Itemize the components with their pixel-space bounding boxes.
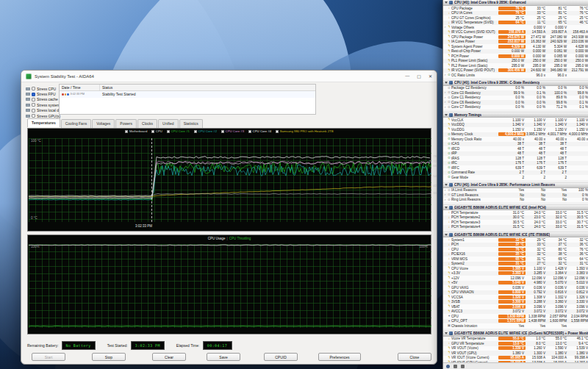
sensor-section-header[interactable]: CPU [#0]: Intel Core Ultra 9 285K: Enhan… [443, 0, 588, 6]
sensor-row[interactable]: ϟ VccDDQ 1.340 V 1.340 V 1.340 V 1.340 V [443, 123, 588, 128]
sensor-section-header[interactable]: CPU [#0]: Intel Core Ultra 9 285K: Perfo… [443, 182, 588, 188]
tab-powers[interactable]: Powers [115, 119, 137, 128]
sensor-row[interactable]: ϟ PCH Power 0.000 W 0.000 W 0.065 W 0.00… [443, 54, 588, 59]
stress-checkbox[interactable] [32, 93, 35, 96]
log-col-status[interactable]: Status [100, 85, 315, 90]
sensor-row[interactable]: ↓ System1 32 °C 29 °C 34 °C 32 °C [443, 237, 588, 243]
sensor-row[interactable]: > ⊙ Ring Limit Reasons No No No 0 % [443, 198, 588, 203]
sensor-row[interactable]: ⊙ tRFC 639 T 639 T 639 T [443, 165, 588, 171]
sensor-row[interactable]: ⊙ tRP 48 T 48 T 48 T [443, 151, 588, 157]
sensor-row[interactable]: ϟ System Agent Power 4.329 W 4.130 W 5.3… [443, 44, 588, 49]
stress-checkbox[interactable] [32, 87, 35, 90]
stop-button[interactable]: Stop [92, 353, 126, 361]
sensor-section-header[interactable]: CPU [#0]: Intel Core Ultra 9 285K: C-Sta… [443, 80, 588, 86]
collapse-chevron-icon[interactable] [445, 184, 448, 186]
sensor-row[interactable]: ⊙ Package C2 Residency 0.0 % 0.0 % 0.0 %… [443, 86, 588, 91]
sensor-row[interactable]: ⊙ Gear Mode 2 2 2 [443, 175, 588, 180]
collapse-chevron-icon[interactable] [445, 234, 448, 236]
sensor-row[interactable]: > ⊙ Core C7 Residency 0.0 % 0.0 % 71.2 %… [443, 105, 588, 110]
log-col-datetime[interactable]: Date / Time [60, 85, 100, 90]
sensor-row[interactable]: ϟ PL2 Power Limit (Static) 295.0 W 295.0… [443, 63, 588, 68]
sensor-section-header[interactable]: GIGABYTE B860M AORUS ELITE WIFI6E ICE (O… [443, 331, 588, 337]
legend-item[interactable]: Motherboard [125, 129, 147, 133]
legend-item[interactable]: CPU [151, 129, 162, 133]
clear-button[interactable]: Clear [152, 353, 186, 361]
sensor-row[interactable]: ⊙ tRC 176 T 176 T 176 T [443, 161, 588, 166]
preferences-button[interactable]: Preferences [318, 353, 361, 361]
sensor-row[interactable]: ϟ VccDDG 1.150 V 1.150 V 1.150 V 1.150 V [443, 127, 588, 132]
collapse-chevron-icon[interactable] [445, 114, 448, 116]
sensor-row[interactable]: ↓ GPU VR Temperature 13.0 °C 8.0 °C 13.0… [443, 341, 588, 346]
sensor-row[interactable]: ⊙ tRCD 48 T 48 T 48 T [443, 146, 588, 151]
tab-clocks[interactable]: Clocks [137, 119, 157, 128]
stress-checkbox[interactable] [32, 114, 35, 118]
stress-checkbox[interactable] [32, 109, 35, 112]
legend-checkbox[interactable] [167, 130, 170, 133]
legend-item[interactable]: CPU Core #3 [221, 129, 244, 133]
sensor-row[interactable]: > ⊙ GT Limit Reasons No No No 0 % [443, 193, 588, 198]
sensor-row[interactable]: ϟ VBAT 3.096 V 3.096 V 3.096 V 3.096 V [443, 304, 588, 309]
sensor-row[interactable]: ↓ CPU Package 76 °C 33 °C 81 °C 76 °C [443, 6, 588, 11]
sensor-row[interactable]: ⊙ tRAS 128 T 128 T 128 T [443, 156, 588, 161]
log-row[interactable]: 3:02:33 PM Stability Test Started [60, 91, 315, 98]
hwinfo-logo-icon[interactable] [446, 365, 450, 368]
sensor-section-header[interactable]: GIGABYTE B860M AORUS ELITE WIFI6E ICE (I… [443, 232, 588, 237]
close-window-button[interactable]: ✕ [429, 74, 432, 79]
sensor-row[interactable]: > ⊙ Core C6 Residency 0.0 % 0.0 % 99.8 %… [443, 100, 588, 105]
sensor-row[interactable]: ↓ CPU GT Cores (Graphics) 25 °C 25 °C 25… [443, 15, 588, 21]
start-button[interactable]: Start [32, 353, 65, 361]
legend-checkbox[interactable] [276, 130, 279, 133]
collapse-chevron-icon[interactable] [445, 332, 448, 334]
stress-checkbox[interactable] [32, 103, 35, 107]
sensor-row[interactable]: ▣ Chassis Intrusion Yes Yes Yes [443, 323, 588, 329]
sensor-row[interactable]: > ⊙ IA Limit Reasons Yes No Yes 100 % [443, 188, 588, 193]
stress-checkbox[interactable] [32, 98, 35, 101]
legend-item[interactable]: CPU Core #2 [194, 129, 217, 133]
legend-checkbox[interactable] [125, 130, 128, 133]
cpuid-button[interactable]: CPUID [264, 353, 298, 361]
sensor-row[interactable]: ϟ CPU Vcore 1.385 V 1.100 V 1.428 V 1.39… [443, 266, 588, 271]
tab-cooling-fans[interactable]: Cooling Fans [61, 119, 91, 128]
sensor-row[interactable]: ϟ VccCLK 1.100 V 1.100 V 1.100 V 1.100 V [443, 118, 588, 123]
save-button[interactable]: Save [207, 353, 240, 361]
minimize-button[interactable]: — [405, 74, 409, 79]
collapse-chevron-icon[interactable] [445, 82, 448, 84]
sensor-row[interactable]: ϟ PL1 Power Limit (Static) 250.0 W 250.0… [443, 59, 588, 64]
sensor-row[interactable]: ϟ +12V 12.096 V 12.096 V 12.096 V 12.096… [443, 276, 588, 281]
sensor-row[interactable]: ↓ PCH Temperature3 30.5 °C 24.0 °C 33.0 … [443, 220, 588, 225]
tab-unified[interactable]: Unified [158, 119, 179, 128]
collapse-chevron-icon[interactable] [445, 207, 448, 209]
sensor-row[interactable]: ϟ AVCC3 3.072 V 3.072 V 3.072 V 3.072 V [443, 309, 588, 315]
sensor-row[interactable]: ϟ VR VOUT (GPU) 1.380 V 1.300 V 1.380 V … [443, 351, 588, 356]
sensor-row[interactable]: ϟ VCCSA 1.320 V 1.308 V 1.332 V 1.326 V [443, 295, 588, 300]
sensor-row[interactable]: ↓ CPU 76 °C 32 °C 80 °C 76 °C [443, 247, 588, 252]
legend-checkbox[interactable] [194, 130, 197, 133]
legend-item[interactable]: CPU Core #4 [248, 129, 271, 133]
sensor-row[interactable]: + CPU 1,630 RPM 1,338 RPM 2,057 RPM 2,03… [443, 314, 588, 319]
sensor-row[interactable]: ↓ VRM MOS 65 °C 31 °C 69 °C 64 °C [443, 257, 588, 262]
sensor-row[interactable]: ϟ CPU Package Power 243.675 W 27.472 W 2… [443, 35, 588, 40]
sensor-section-header[interactable]: Memory Timings [443, 112, 588, 118]
maximize-button[interactable]: ▢ [417, 74, 421, 79]
collapse-chevron-icon[interactable] [445, 1, 448, 4]
sensor-row[interactable]: ⊙ tCAS 38 T 38 T 38 T [443, 142, 588, 147]
sensor-row[interactable]: ⊙ Memory Clock Ratio 40.00 x 40.00 x 40.… [443, 137, 588, 142]
aida64-titlebar[interactable]: System Stability Test - AIDA64 — ▢ ✕ [21, 71, 437, 82]
sensor-row[interactable]: ↓ PCH Temperature4 31.5 °C 24.0 °C 33.0 … [443, 225, 588, 230]
legend-checkbox[interactable] [221, 130, 224, 133]
sensor-row[interactable]: ϟ Rest-of-Chip Power 0.000 W 0.000 W 0.0… [443, 49, 588, 54]
sensor-row[interactable]: ↓ PCH Temperature2 30.0 °C 23.0 °C 32.0 … [443, 215, 588, 221]
close-button[interactable]: Close [398, 353, 431, 361]
sensor-row[interactable]: > ⊙ Core C0 Residency 99.9 % 0.1 % 100.0… [443, 90, 588, 96]
legend-checkbox[interactable] [248, 130, 251, 133]
tab-statistics[interactable]: Statistics [179, 119, 203, 128]
legend-item[interactable]: Samsung 980 PRO with Heatsink 2TB [276, 129, 333, 133]
layout-icon[interactable] [461, 365, 465, 368]
tab-temperatures[interactable]: Temperatures [27, 118, 60, 127]
legend-item[interactable]: CPU Core #1 [167, 129, 190, 133]
sensor-row[interactable]: ϟ GPU VAXG 0.036 V 0.036 V 0.036 V 0.036… [443, 285, 588, 290]
sensor-row[interactable]: > ⊙ OC Ratio Limits 96.0 x 96.0 x [443, 73, 588, 78]
sensor-section-header[interactable]: GIGABYTE B860M AORUS ELITE WIFI6E ICE (I… [443, 204, 588, 210]
legend-checkbox[interactable] [151, 130, 154, 133]
sensor-row[interactable]: > ⊙ Core C1 Residency 0.0 % 0.0 % 89.8 %… [443, 96, 588, 101]
